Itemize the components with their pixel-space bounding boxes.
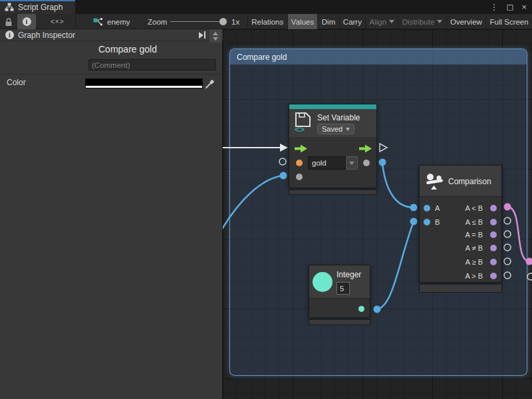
panel-title: Graph Inspector (18, 31, 75, 40)
toolbar-divider (75, 14, 76, 29)
node-accent-strip (289, 104, 376, 109)
dock-panel-icon[interactable] (199, 31, 205, 39)
inspector-toggle-button[interactable]: i (17, 14, 36, 29)
maximize-icon[interactable]: ◻ (503, 2, 518, 12)
flow-in-port[interactable] (295, 144, 308, 153)
group-header[interactable]: Compare gold (230, 49, 527, 65)
chevron-down-icon (389, 20, 394, 23)
chevron-down-icon (437, 20, 442, 23)
input-a-label: A (435, 204, 440, 212)
comment-input[interactable] (88, 59, 216, 70)
variable-scope-dropdown[interactable]: Saved (317, 124, 354, 134)
breadcrumb[interactable]: enemy (93, 14, 130, 29)
comparison-header: Comparison (420, 166, 501, 197)
values-button[interactable]: Values (287, 14, 318, 29)
zoom-label: Zoom (148, 14, 167, 29)
input-b-label: B (435, 218, 440, 226)
arrow-down-icon (213, 37, 218, 41)
variable-name-field[interactable]: gold (308, 156, 346, 170)
variable-name-port[interactable] (296, 160, 303, 166)
set-variable-footer (289, 190, 377, 195)
lock-button[interactable] (5, 14, 13, 29)
output-label-gte: A ≥ B (466, 258, 483, 266)
output-lt-port[interactable] (490, 205, 497, 211)
svg-text:<>: <> (295, 124, 305, 133)
integer-footer (309, 319, 370, 325)
window-controls: ⋮ ◻ × (486, 0, 531, 14)
active-tab-accent (0, 0, 75, 1)
inspected-graph-title: Compare gold (98, 44, 157, 55)
variable-dropdown-button[interactable] (346, 156, 358, 170)
output-gt-port[interactable] (490, 273, 497, 279)
script-graph-window: Script Graph ⋮ ◻ × i <×> (0, 0, 532, 399)
node-title: Integer (336, 270, 361, 279)
output-neq-port[interactable] (490, 245, 497, 251)
integer-out-port[interactable] (358, 306, 364, 312)
output-label-lte: A ≤ B (466, 218, 483, 226)
flow-out-port[interactable] (359, 144, 372, 153)
code-icon: <×> (51, 18, 65, 25)
port-hollow-offscreen[interactable] (527, 273, 532, 280)
tab-bar: Script Graph ⋮ ◻ × (0, 0, 532, 14)
eyedropper-icon (205, 79, 215, 88)
close-icon[interactable]: × (517, 2, 531, 12)
graph-inspector-header: i Graph Inspector (0, 29, 223, 41)
node-title: Comparison (448, 177, 491, 186)
graph-canvas[interactable]: Compare gold (223, 29, 532, 399)
color-field-label: Color (7, 78, 26, 87)
arrow-up-icon (213, 32, 218, 35)
alpha-bar (86, 86, 202, 88)
input-b-port[interactable] (424, 219, 430, 225)
info-icon: i (23, 17, 31, 26)
chevron-down-icon (349, 162, 354, 165)
code-view-button[interactable]: <×> (51, 14, 65, 29)
comparison-icon (426, 173, 444, 190)
tab-title: Script Graph (18, 3, 63, 12)
relations-button[interactable]: Relations (247, 14, 287, 29)
output-label-neq: A ≠ B (466, 244, 483, 252)
output-label-eq: A = B (465, 231, 483, 239)
integer-icon (313, 272, 332, 292)
output-eq-port[interactable] (490, 231, 497, 238)
divider (0, 74, 223, 74)
eyedropper-button[interactable] (204, 78, 215, 89)
save-variable-icon: <> (295, 112, 312, 133)
window-menu-icon[interactable]: ⋮ (486, 2, 503, 12)
input-a-port[interactable] (424, 205, 430, 211)
toolbar-buttons: Relations Values Dim Carry Align Distrib… (247, 14, 532, 29)
graph-icon (5, 3, 14, 11)
dim-button[interactable]: Dim (317, 14, 338, 29)
group-title: Compare gold (237, 53, 287, 62)
node-integer[interactable]: Integer (309, 265, 370, 318)
graph-name: enemy (107, 18, 130, 26)
output-label-lt: A < B (465, 204, 483, 212)
value-out-port[interactable] (363, 160, 370, 166)
align-dropdown[interactable]: Align (365, 14, 398, 29)
value-in-port[interactable] (296, 174, 303, 180)
lock-icon (5, 17, 13, 27)
node-comparison[interactable]: Comparison A B A < B A ≤ B A = B A ≠ B A… (419, 165, 502, 283)
tab-script-graph[interactable]: Script Graph (0, 0, 75, 14)
carry-button[interactable]: Carry (339, 14, 366, 29)
info-icon: i (5, 31, 14, 39)
comparison-footer (419, 284, 502, 293)
color-swatch[interactable] (85, 78, 203, 88)
node-set-variable[interactable]: <> Set Variable Saved gold (289, 104, 377, 188)
graph-inspector-panel: i Graph Inspector Compare gold Color (0, 29, 223, 399)
integer-value-field[interactable] (336, 282, 350, 295)
output-lte-port[interactable] (490, 219, 497, 225)
overview-button[interactable]: Overview (446, 14, 486, 29)
script-graph-asset-icon (93, 18, 103, 26)
distribute-dropdown[interactable]: Distribute (398, 14, 446, 29)
set-variable-header: <> Set Variable Saved (289, 109, 376, 137)
chevron-down-icon (346, 128, 350, 131)
panel-spinner[interactable] (209, 29, 221, 43)
fullscreen-button[interactable]: Full Screen (485, 14, 532, 29)
integer-header: Integer (309, 265, 370, 299)
zoom-value: 1x (231, 14, 239, 29)
zoom-slider-handle[interactable] (219, 18, 227, 25)
output-gte-port[interactable] (490, 259, 497, 265)
zoom-slider-track[interactable] (170, 21, 225, 22)
graph-toolbar: i <×> enemy Zoom 1x Relations Values Dim (0, 14, 532, 29)
node-title: Set Variable (317, 113, 360, 122)
